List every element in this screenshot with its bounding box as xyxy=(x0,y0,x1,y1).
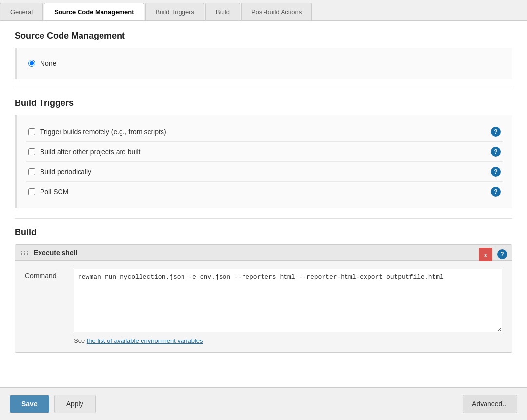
trigger-periodic-checkbox[interactable] xyxy=(28,168,35,175)
execute-shell-box: Execute shell x ? Command See the list o… xyxy=(15,244,512,353)
trigger-remote-row: Trigger builds remotely (e.g., from scri… xyxy=(26,122,503,142)
trigger-after-row: Build after other projects are built ? xyxy=(26,142,503,162)
scm-section-title: Source Code Management xyxy=(15,31,512,41)
tab-general[interactable]: General xyxy=(0,3,43,20)
trigger-remote-label: Trigger builds remotely (e.g., from scri… xyxy=(40,128,491,136)
trigger-after-checkbox[interactable] xyxy=(28,148,35,155)
poll-scm-label: Poll SCM xyxy=(40,188,491,196)
trigger-remote-help-icon[interactable]: ? xyxy=(491,127,501,137)
execute-shell-body: Command See the list of available enviro… xyxy=(15,261,512,352)
trigger-after-help-icon[interactable]: ? xyxy=(491,147,501,157)
execute-shell-help-icon[interactable]: ? xyxy=(497,249,507,259)
section-source-code-management: Source Code Management None xyxy=(15,31,512,79)
tab-bar: General Source Code Management Build Tri… xyxy=(0,0,527,21)
section-build: Build Execute shell x ? Command See xyxy=(15,227,512,353)
main-content: Source Code Management None Build Trigge… xyxy=(0,21,527,401)
execute-shell-close-button[interactable]: x xyxy=(479,248,492,261)
scm-option-none-row: None xyxy=(26,55,503,72)
tab-build-triggers[interactable]: Build Triggers xyxy=(145,3,204,20)
trigger-after-label: Build after other projects are built xyxy=(40,148,491,156)
section-build-triggers: Build Triggers Trigger builds remotely (… xyxy=(15,98,512,208)
tab-build[interactable]: Build xyxy=(205,3,240,20)
execute-shell-header: Execute shell x ? xyxy=(15,245,512,261)
tab-post-build-actions[interactable]: Post-build Actions xyxy=(241,3,312,20)
scm-section-body: None xyxy=(15,48,512,79)
poll-scm-row: Poll SCM ? xyxy=(26,182,503,201)
command-label: Command xyxy=(25,269,74,280)
trigger-periodic-row: Build periodically ? xyxy=(26,162,503,182)
env-vars-text: See the list of available environment va… xyxy=(25,337,502,344)
env-vars-link[interactable]: the list of available environment variab… xyxy=(87,337,203,344)
divider-2 xyxy=(15,218,512,219)
save-button[interactable]: Save xyxy=(10,395,49,401)
bottom-bar: Save Apply Advanced... xyxy=(0,387,527,401)
poll-scm-help-icon[interactable]: ? xyxy=(491,187,501,197)
trigger-periodic-help-icon[interactable]: ? xyxy=(491,167,501,177)
advanced-button[interactable]: Advanced... xyxy=(463,395,517,401)
apply-button[interactable]: Apply xyxy=(54,395,96,401)
execute-shell-title: Execute shell xyxy=(34,249,506,257)
command-textarea[interactable] xyxy=(74,269,502,332)
drag-handle-icon[interactable] xyxy=(21,251,29,255)
scm-none-label: None xyxy=(40,60,501,67)
divider-1 xyxy=(15,89,512,89)
scm-none-radio[interactable] xyxy=(28,60,35,67)
command-row: Command xyxy=(25,269,502,332)
poll-scm-checkbox[interactable] xyxy=(28,188,35,195)
build-section-title: Build xyxy=(15,227,512,238)
trigger-remote-checkbox[interactable] xyxy=(28,128,35,135)
tab-source-code-management[interactable]: Source Code Management xyxy=(44,3,144,20)
build-triggers-section-body: Trigger builds remotely (e.g., from scri… xyxy=(15,115,512,208)
build-triggers-section-title: Build Triggers xyxy=(15,98,512,108)
trigger-periodic-label: Build periodically xyxy=(40,168,491,176)
